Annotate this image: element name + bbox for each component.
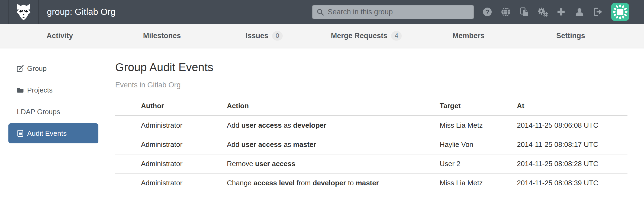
public-area-button[interactable] (501, 5, 511, 18)
author-cell: Administrator (115, 135, 227, 154)
sidebar-item-audit-events[interactable]: Audit Events (8, 123, 98, 143)
snippets-button[interactable] (519, 5, 529, 18)
app-logo[interactable] (8, 0, 39, 24)
column-header-author: Author (115, 102, 227, 116)
action-cell: Add user access as developer (227, 116, 440, 135)
page-layout: Group Projects LDAP Groups Audit Events (0, 48, 644, 223)
column-header-action: Action (227, 102, 440, 116)
table-header-row: Author Action Target At (115, 102, 627, 116)
author-cell: Administrator (115, 173, 227, 193)
audit-events-table: Author Action Target At Administrator Ad… (115, 102, 627, 193)
action-cell: Change access level from developer to ma… (227, 173, 440, 193)
at-cell: 2014-11-25 08:06:08 UTC (517, 116, 627, 135)
tab-label: Milestones (143, 32, 181, 40)
globe-icon (501, 7, 511, 17)
column-header-at: At (517, 102, 627, 116)
sidebar-item-label: Audit Events (27, 129, 67, 138)
at-cell: 2014-11-25 08:08:17 UTC (517, 135, 627, 154)
pencil-square-icon (17, 65, 24, 72)
sign-out-icon (593, 7, 603, 17)
sidebar-item-projects[interactable]: Projects (8, 80, 98, 100)
author-cell: Administrator (115, 116, 227, 135)
tab-label: Activity (47, 32, 73, 40)
top-bar: group: Gitlab Org ? (0, 0, 644, 24)
group-nav: Activity Milestones Issues 0 Merge Reque… (0, 24, 644, 48)
sidebar-item-group[interactable]: Group (8, 58, 98, 78)
admin-gears-icon (537, 7, 548, 17)
sidebar-item-ldap-groups[interactable]: LDAP Groups (8, 102, 98, 122)
tab-label: Members (452, 32, 485, 40)
new-project-button[interactable] (556, 5, 566, 18)
target-cell: Miss Lia Metz (440, 173, 517, 193)
at-cell: 2014-11-25 08:08:28 UTC (517, 154, 627, 173)
sidebar-item-label: Group (27, 64, 47, 73)
search-box (312, 5, 474, 19)
tab-label: Settings (556, 32, 585, 40)
copy-icon (519, 7, 529, 17)
main-content: Group Audit Events Events in Gitlab Org … (115, 48, 644, 223)
profile-icon (575, 7, 584, 17)
action-cell: Remove user access (227, 154, 440, 173)
search-input[interactable] (312, 5, 474, 19)
identicon-image (611, 3, 629, 21)
profile-button[interactable] (574, 5, 585, 18)
gitlab-fox-logo-icon (15, 3, 32, 21)
tab-milestones[interactable]: Milestones (111, 24, 213, 48)
tab-members[interactable]: Members (417, 24, 520, 48)
help-button[interactable]: ? (482, 5, 492, 18)
file-text-icon (17, 130, 24, 137)
admin-area-button[interactable] (537, 5, 548, 18)
target-cell: Haylie Von (440, 135, 517, 154)
page-title: Group Audit Events (115, 61, 627, 74)
folder-icon (17, 87, 24, 94)
plus-icon (556, 7, 566, 17)
sign-out-button[interactable] (593, 5, 603, 18)
sidebar-item-label: Projects (27, 86, 53, 94)
author-cell: Administrator (115, 154, 227, 173)
table-row: Administrator Add user access as master … (115, 135, 627, 154)
tab-activity[interactable]: Activity (9, 24, 111, 48)
user-avatar[interactable] (611, 3, 629, 21)
column-header-target: Target (440, 102, 517, 116)
tab-issues[interactable]: Issues 0 (213, 24, 315, 48)
tab-merge-requests[interactable]: Merge Requests 4 (315, 24, 417, 48)
issues-count-badge: 0 (272, 31, 283, 41)
sidebar: Group Projects LDAP Groups Audit Events (0, 48, 115, 223)
target-cell: Miss Lia Metz (440, 116, 517, 135)
at-cell: 2014-11-25 08:08:39 UTC (517, 173, 627, 193)
table-row: Administrator Add user access as develop… (115, 116, 627, 135)
merge-requests-count-badge: 4 (391, 31, 402, 41)
target-cell: User 2 (440, 154, 517, 173)
topbar-actions: ? (312, 3, 644, 21)
sidebar-item-label: LDAP Groups (17, 108, 60, 116)
help-icon: ? (482, 7, 492, 17)
page-context-title: group: Gitlab Org (39, 7, 115, 17)
action-cell: Add user access as master (227, 135, 440, 154)
tab-label: Issues (246, 32, 268, 40)
table-row: Administrator Remove user access User 2 … (115, 154, 627, 173)
tab-label: Merge Requests (331, 32, 388, 40)
page-subtitle: Events in Gitlab Org (115, 81, 627, 89)
svg-text:?: ? (485, 9, 489, 16)
tab-settings[interactable]: Settings (520, 24, 622, 48)
table-row: Administrator Change access level from d… (115, 173, 627, 193)
